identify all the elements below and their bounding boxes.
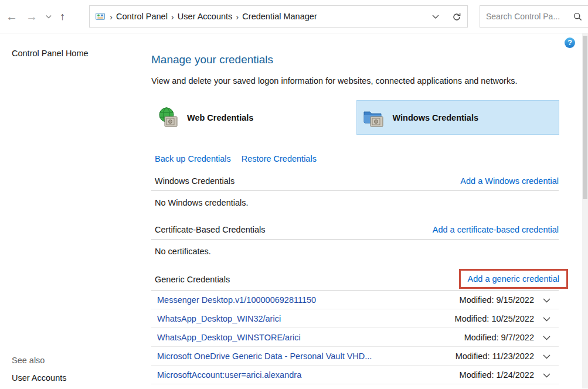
credential-modified-date: Modified: 10/25/2022	[455, 314, 534, 323]
expand-chevron-icon[interactable]	[534, 315, 559, 322]
control-panel-icon	[96, 12, 105, 21]
credential-modified-date: Modified: 11/23/2022	[456, 352, 534, 361]
tab-windows-credentials[interactable]: Windows Credentials	[357, 101, 559, 134]
credential-list: Messenger Desktop.v1/100000692811150 Mod…	[151, 291, 559, 384]
credential-name-link[interactable]: Microsoft OneDrive Generic Data - Person…	[157, 352, 372, 361]
credential-row: Microsoft OneDrive Generic Data - Person…	[151, 347, 559, 366]
credential-name-link[interactable]: WhatsApp_Desktop_WINSTORE/arici	[157, 333, 301, 342]
section-title: Windows Credentials	[155, 176, 234, 186]
sidebar: Control Panel Home See also User Account…	[0, 33, 140, 388]
help-icon[interactable]: ?	[565, 37, 575, 48]
scrollbar-thumb[interactable]	[583, 36, 587, 199]
breadcrumb-control-panel[interactable]: Control Panel	[116, 12, 168, 21]
credential-row: WhatsApp_Desktop_WINSTORE/arici Modified…	[151, 328, 559, 347]
expand-chevron-icon[interactable]	[534, 296, 559, 303]
content-area: Control Panel Home See also User Account…	[0, 33, 588, 388]
tab-label: Web Credentials	[187, 113, 253, 122]
expand-chevron-icon[interactable]	[534, 353, 559, 359]
search-icon[interactable]	[570, 12, 582, 21]
sidebar-see-also-group: See also User Accounts	[12, 356, 67, 383]
sidebar-item-user-accounts[interactable]: User Accounts	[12, 373, 67, 383]
credential-modified-date: Modified: 9/7/2022	[464, 333, 534, 342]
refresh-icon[interactable]	[443, 11, 461, 22]
credential-modified-date: Modified: 9/15/2022	[460, 295, 534, 305]
forward-arrow-icon[interactable]: →	[26, 11, 38, 22]
windows-credentials-icon	[363, 107, 385, 128]
vertical-scrollbar[interactable]	[582, 33, 588, 388]
credential-type-tabs: Web Credentials Windows Credentials	[151, 101, 559, 134]
section-windows-credentials: Windows Credentials Add a Windows creden…	[151, 176, 559, 207]
empty-state-text: No Windows credentials.	[151, 198, 559, 207]
page-subtitle: View and delete your saved logon informa…	[151, 76, 559, 86]
red-highlight-box: Add a generic credential	[459, 269, 568, 289]
recent-pages-chevron-icon[interactable]	[46, 15, 52, 19]
web-credentials-icon	[157, 107, 179, 128]
credential-name-link[interactable]: Messenger Desktop.v1/100000692811150	[157, 295, 316, 305]
section-certificate-credentials: Certificate-Based Credentials Add a cert…	[151, 225, 559, 256]
credential-modified-date: Modified: 1/24/2022	[460, 370, 534, 380]
see-also-heading: See also	[12, 356, 67, 365]
backup-credentials-link[interactable]: Back up Credentials	[155, 154, 231, 163]
breadcrumb-separator: ›	[106, 12, 116, 22]
breadcrumb-user-accounts[interactable]: User Accounts	[178, 12, 233, 21]
credential-name-link[interactable]: MicrosoftAccount:user=arici.alexandra	[157, 370, 301, 380]
page-title: Manage your credentials	[151, 53, 559, 66]
breadcrumb-credential-manager[interactable]: Credential Manager	[242, 12, 317, 21]
section-title: Generic Credentials	[155, 275, 230, 284]
explorer-toolbar: ← → ↑ › Control Panel › User Accounts › …	[0, 0, 588, 33]
empty-state-text: No certificates.	[151, 247, 559, 256]
add-certificate-credential-link[interactable]: Add a certificate-based credential	[433, 225, 559, 234]
add-generic-credential-link[interactable]: Add a generic credential	[468, 274, 559, 284]
section-title: Certificate-Based Credentials	[155, 225, 266, 234]
main-panel: Manage your credentials View and delete …	[140, 33, 588, 388]
restore-credentials-link[interactable]: Restore Credentials	[242, 154, 317, 163]
address-bar[interactable]: › Control Panel › User Accounts › Creden…	[89, 5, 468, 28]
expand-chevron-icon[interactable]	[534, 371, 559, 378]
tab-web-credentials[interactable]: Web Credentials	[151, 101, 354, 134]
navigation-buttons: ← → ↑	[0, 11, 89, 22]
credential-actions: Back up Credentials Restore Credentials	[151, 154, 559, 163]
breadcrumb-separator: ›	[232, 12, 242, 22]
breadcrumb-separator: ›	[168, 12, 178, 22]
tab-label: Windows Credentials	[393, 113, 479, 122]
credential-row: Messenger Desktop.v1/100000692811150 Mod…	[151, 291, 559, 309]
credential-row: MicrosoftAccount:user=arici.alexandra Mo…	[151, 366, 559, 384]
expand-chevron-icon[interactable]	[534, 334, 559, 340]
search-input[interactable]	[486, 12, 570, 21]
search-box	[480, 5, 588, 28]
sidebar-item-control-panel-home[interactable]: Control Panel Home	[12, 49, 140, 58]
credential-row: WhatsApp_Desktop_WIN32/arici Modified: 1…	[151, 309, 559, 328]
back-arrow-icon[interactable]: ←	[6, 11, 18, 22]
credential-manager-window: ← → ↑ › Control Panel › User Accounts › …	[0, 0, 588, 388]
add-windows-credential-link[interactable]: Add a Windows credential	[460, 176, 559, 186]
credential-name-link[interactable]: WhatsApp_Desktop_WIN32/arici	[157, 314, 281, 323]
section-generic-credentials: Generic Credentials Add a generic creden…	[151, 274, 559, 384]
address-dropdown-chevron-icon[interactable]	[429, 13, 443, 20]
up-arrow-icon[interactable]: ↑	[60, 11, 65, 22]
